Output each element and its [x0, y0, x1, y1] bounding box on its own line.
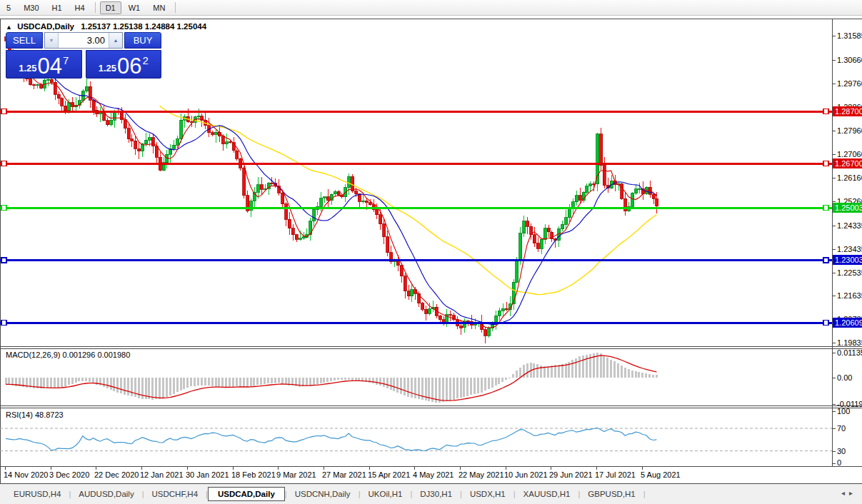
price-level-badge: 1.28700	[833, 106, 862, 116]
toolbar-separator	[95, 2, 96, 13]
tab-xauusd-h1[interactable]: XAUUSD,H1	[516, 488, 578, 500]
macd-axis-tick	[832, 378, 836, 378]
price-axis-tick-label: 1.22535	[837, 268, 862, 277]
pane-separator[interactable]	[0, 405, 862, 406]
price-axis-tick-label: 1.23435	[837, 245, 862, 253]
date-axis-label: 12 Jan 2021	[140, 470, 184, 479]
chart-tab-bar: EURUSD,H4|AUDUSD,Daily|USDCHF,H4|USDCAD,…	[0, 484, 862, 504]
date-axis-label: 17 Jul 2021	[595, 470, 636, 479]
date-axis-tick	[596, 467, 597, 470]
price-axis-tick-label: 1.24335	[837, 221, 862, 230]
price-level-badge: 1.26700	[833, 158, 862, 168]
timeframe-button-5[interactable]: 5	[1, 1, 16, 14]
price-axis-tick-label: 1.19835	[837, 338, 862, 347]
horizontal-level-line-1.26700[interactable]	[0, 161, 832, 166]
price-axis-tick	[832, 296, 836, 296]
date-axis-tick	[551, 467, 551, 470]
timeframe-toolbar: 5M30H1H4D1W1MN	[0, 0, 862, 16]
rsi-axis-tick	[832, 451, 836, 452]
tab-usdcad-daily[interactable]: USDCAD,Daily	[208, 487, 285, 501]
volume-input[interactable]	[59, 33, 109, 48]
date-axis-label: 30 Jan 2021	[186, 470, 229, 479]
timeframe-button-m30[interactable]: M30	[18, 1, 44, 14]
price-axis-tick	[832, 226, 836, 226]
chart-title: ▲ USDCAD,Daily 1.25137 1.25138 1.24884 1…	[6, 22, 206, 31]
date-axis-border	[0, 466, 862, 467]
date-axis-label: 22 May 2021	[458, 470, 504, 479]
rsi-indicator-canvas[interactable]	[0, 408, 832, 465]
date-axis-tick	[5, 467, 6, 470]
date-axis-tick	[642, 467, 643, 470]
rsi-axis-tick	[832, 411, 836, 412]
date-axis-label: 5 Aug 2021	[641, 470, 681, 479]
price-axis-tick	[832, 131, 836, 131]
sell-price-big-digits: 04	[37, 56, 61, 77]
volume-increase-button[interactable]: ▲	[109, 33, 122, 48]
volume-stepper: ▼ ▲	[44, 32, 123, 49]
rsi-axis-tick-label: 100	[837, 407, 850, 415]
date-axis-tick	[51, 467, 51, 470]
tab-usdx-h1[interactable]: USDX,H1	[462, 488, 513, 500]
price-axis-tick-label: 1.21635	[837, 291, 862, 300]
price-axis-tick	[832, 343, 836, 343]
timeframe-button-h4[interactable]: H4	[69, 1, 91, 14]
date-axis-label: 27 Mar 2021	[322, 470, 366, 479]
timeframe-button-mn[interactable]: MN	[147, 1, 171, 14]
timeframe-button-d1[interactable]: D1	[100, 1, 121, 14]
tab-scroll-left-icon[interactable]: ◂	[841, 489, 849, 497]
buy-button[interactable]: BUY	[124, 32, 161, 49]
sell-price-display[interactable]: 1.25047	[6, 50, 82, 79]
price-axis-tick	[832, 36, 836, 36]
tab-gbpusd-h1[interactable]: GBPUSD,H1	[580, 488, 643, 500]
date-axis-tick	[141, 467, 142, 470]
date-axis-label: 10 Jun 2021	[504, 470, 548, 479]
price-axis-tick-label: 1.30660	[837, 56, 862, 64]
tab-dj30-h1[interactable]: DJ30,H1	[412, 488, 460, 500]
timeframe-button-h1[interactable]: H1	[46, 1, 68, 14]
price-axis-tick	[832, 178, 836, 178]
pane-separator[interactable]	[0, 346, 862, 347]
date-axis-label: 18 Feb 2021	[231, 470, 276, 479]
date-axis-tick	[278, 467, 279, 470]
horizontal-level-line-1.25003[interactable]	[0, 206, 832, 211]
rsi-label: RSI(14) 48.8723	[6, 410, 64, 419]
tab-usdchf-h4[interactable]: USDCHF,H4	[144, 488, 206, 500]
rsi-axis-tick	[832, 463, 836, 464]
tab-audusd-daily[interactable]: AUDUSD,Daily	[71, 488, 141, 500]
collapse-panel-icon[interactable]: ▲	[6, 24, 12, 31]
date-axis-tick	[96, 467, 96, 470]
tab-scroll-right-icon[interactable]: ▸	[849, 489, 857, 497]
price-axis-tick-label: 1.27060	[837, 150, 862, 158]
macd-label: MACD(12,26,9) 0.001296 0.001980	[6, 351, 130, 359]
tab-scroll-arrows: ◂▸	[841, 489, 857, 497]
horizontal-level-line-1.28700[interactable]	[0, 109, 832, 114]
tab-usdcnh-daily[interactable]: USDCNH,Daily	[287, 488, 359, 500]
toolbar-separator	[175, 2, 176, 13]
timeframe-button-w1[interactable]: W1	[123, 1, 146, 14]
date-axis-label: 14 Nov 2020	[4, 470, 48, 479]
tab-ukoil-h1[interactable]: UKOil,H1	[360, 488, 410, 500]
trading-terminal-window: 5M30H1H4D1W1MN ▲ USDCAD,Daily 1.25137 1.…	[0, 0, 862, 504]
price-axis-tick	[832, 154, 836, 155]
sell-button[interactable]: SELL	[6, 32, 43, 49]
date-axis-label: 15 Apr 2021	[368, 470, 410, 479]
date-axis-tick	[460, 467, 461, 470]
chevron-up-icon: ▲	[114, 38, 119, 43]
price-axis-tick-label: 1.29760	[837, 79, 862, 88]
buy-price-display[interactable]: 1.25062	[86, 50, 162, 79]
chevron-down-icon: ▼	[49, 38, 54, 43]
price-axis-tick	[832, 273, 836, 273]
macd-axis-tick-label: 0.00	[837, 373, 852, 382]
price-axis-tick-label: 1.27960	[837, 126, 862, 135]
price-axis-tick-label: 1.31585	[837, 31, 862, 40]
volume-decrease-button[interactable]: ▼	[45, 33, 59, 48]
tab-eurusd-h4[interactable]: EURUSD,H4	[6, 488, 69, 500]
horizontal-level-line-1.20609[interactable]	[0, 321, 832, 326]
date-axis-tick	[506, 467, 506, 470]
price-axis-tick	[832, 249, 836, 250]
price-axis-tick-label: 1.26160	[837, 173, 862, 182]
date-axis-label: 4 May 2021	[413, 470, 453, 479]
price-level-badge: 1.20609	[833, 318, 862, 328]
macd-axis-tick	[832, 353, 836, 353]
rsi-axis-tick-label: 30	[837, 447, 846, 455]
